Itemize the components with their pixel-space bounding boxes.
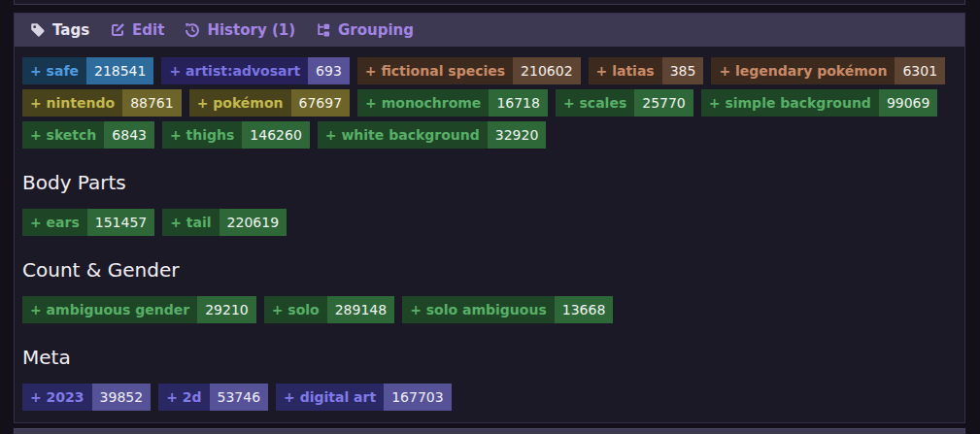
section-heading: Meta — [22, 344, 957, 371]
tag-count: 88761 — [122, 89, 182, 117]
previous-panel-bottom-edge — [14, 0, 965, 5]
tag: + digital art167703 — [276, 384, 452, 411]
tags-panel: Tags Edit History (1) — [14, 13, 965, 423]
tag: + tail220619 — [162, 209, 287, 236]
section-heading: Body Parts — [22, 169, 957, 196]
tag: + safe218541 — [22, 57, 153, 84]
tag-add-link[interactable]: + white background — [318, 121, 488, 149]
tag-count: 167703 — [384, 384, 451, 411]
tag-add-link[interactable]: + fictional species — [357, 57, 513, 84]
tag-count: 32920 — [488, 121, 547, 149]
tab-tags-label: Tags — [52, 21, 89, 39]
tab-grouping[interactable]: Grouping — [316, 21, 414, 39]
tag-list: + ears151457+ tail220619 — [22, 209, 957, 236]
tag-count: 16718 — [489, 89, 548, 117]
tab-grouping-label: Grouping — [338, 21, 414, 39]
tag: + solo289148 — [264, 296, 394, 323]
tag-count: 99069 — [879, 89, 938, 117]
tag-sections: + safe218541+ artist:advosart693+ fictio… — [15, 47, 964, 424]
tag-add-link[interactable]: + 2023 — [22, 384, 92, 411]
tag: + solo ambiguous13668 — [402, 296, 613, 323]
tag-count: 39852 — [92, 384, 152, 411]
tag-add-link[interactable]: + nintendo — [22, 89, 122, 117]
tag: + white background32920 — [318, 121, 547, 149]
tag-add-link[interactable]: + sketch — [22, 121, 104, 149]
tag-add-link[interactable]: + scales — [556, 89, 634, 117]
tag-add-link[interactable]: + ambiguous gender — [22, 296, 197, 323]
tag: + ears151457 — [22, 209, 154, 236]
tag-icon — [30, 22, 46, 38]
tags-panel-header: Tags Edit History (1) — [15, 14, 964, 47]
tag-count: 67697 — [291, 89, 351, 117]
tag: + simple background99069 — [701, 89, 938, 117]
tag-count: 25770 — [634, 89, 693, 117]
tag-count: 151457 — [87, 209, 154, 236]
tag: + ambiguous gender29210 — [22, 296, 256, 323]
tab-tags: Tags — [30, 21, 89, 39]
tag-add-link[interactable]: + digital art — [276, 384, 384, 411]
history-icon — [185, 22, 200, 38]
tag: + latias385 — [589, 57, 704, 84]
tag-add-link[interactable]: + solo ambiguous — [402, 296, 555, 323]
tag-count: 6843 — [104, 121, 154, 149]
tag-count: 146260 — [242, 121, 309, 149]
tag-add-link[interactable]: + monochrome — [357, 89, 489, 117]
tag-add-link[interactable]: + artist:advosart — [161, 57, 308, 84]
grouping-icon — [316, 22, 331, 38]
tag-add-link[interactable]: + pokémon — [189, 89, 291, 117]
tag: + legendary pokémon6301 — [711, 57, 945, 84]
tab-history[interactable]: History (1) — [185, 21, 295, 39]
tag: + 2d53746 — [158, 384, 268, 411]
tag-add-link[interactable]: + solo — [264, 296, 327, 323]
tag: + pokémon67697 — [189, 89, 350, 117]
tag-count: 13668 — [555, 296, 614, 323]
tag-count: 220619 — [220, 209, 287, 236]
tag: + nintendo88761 — [22, 89, 182, 117]
next-panel-header-edge — [14, 428, 965, 434]
tag: + monochrome16718 — [357, 89, 548, 117]
tag-add-link[interactable]: + thighs — [162, 121, 242, 149]
tag: + thighs146260 — [162, 121, 310, 149]
tag: + artist:advosart693 — [161, 57, 349, 84]
tag-list: + safe218541+ artist:advosart693+ fictio… — [22, 57, 957, 149]
tag-list: + ambiguous gender29210+ solo289148+ sol… — [22, 296, 957, 323]
tag-add-link[interactable]: + simple background — [701, 89, 879, 117]
tab-edit-label: Edit — [132, 21, 164, 39]
tag-add-link[interactable]: + 2d — [158, 384, 209, 411]
tag-count: 385 — [662, 57, 704, 84]
tab-history-label: History (1) — [207, 21, 295, 39]
tag: + scales25770 — [556, 89, 693, 117]
tag-count: 289148 — [327, 296, 394, 323]
tag: + fictional species210602 — [357, 57, 581, 84]
tag-count: 53746 — [210, 384, 269, 411]
tag-add-link[interactable]: + ears — [22, 209, 87, 236]
tag-add-link[interactable]: + tail — [162, 209, 219, 236]
tag-count: 6301 — [895, 57, 945, 84]
tag-count: 218541 — [86, 57, 153, 84]
edit-icon — [110, 22, 125, 38]
tag-add-link[interactable]: + legendary pokémon — [711, 57, 895, 84]
tag-list: + 202339852+ 2d53746+ digital art167703 — [22, 384, 957, 411]
tag-count: 210602 — [513, 57, 580, 84]
tab-edit[interactable]: Edit — [110, 21, 164, 39]
tag-count: 693 — [308, 57, 350, 84]
section-heading: Count & Gender — [22, 256, 957, 284]
tag-add-link[interactable]: + latias — [589, 57, 662, 84]
tag: + sketch6843 — [22, 121, 154, 149]
tag-add-link[interactable]: + safe — [22, 57, 86, 84]
tag-count: 29210 — [197, 296, 256, 323]
tag: + 202339852 — [22, 384, 151, 411]
